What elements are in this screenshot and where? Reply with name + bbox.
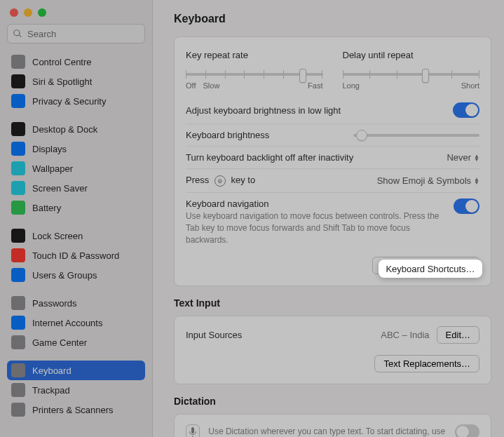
updown-chevron-icon: ▲▼ xyxy=(474,154,479,161)
sidebar-item-wallpaper[interactable]: Wallpaper xyxy=(7,159,145,178)
keyboard-brightness-row: Keyboard brightness xyxy=(186,123,479,146)
sidebar-icon xyxy=(11,55,25,69)
sidebar-icon xyxy=(11,363,25,377)
sidebar-item-label: Internet Accounts xyxy=(32,318,102,328)
sidebar-item-label: Passwords xyxy=(32,298,77,309)
sidebar-item-label: Game Center xyxy=(32,337,87,348)
adjust-brightness-toggle[interactable] xyxy=(453,102,479,118)
dictation-desc: Use Dictation wherever you can type text… xyxy=(208,426,447,437)
zoom-window-button[interactable] xyxy=(38,8,46,17)
sidebar-item-internet-accounts[interactable]: Internet Accounts xyxy=(7,313,145,332)
delay-until-repeat: Delay until repeat Long Short xyxy=(343,50,480,90)
sidebar-item-label: Control Centre xyxy=(32,57,92,67)
sidebar-icon xyxy=(11,296,25,310)
sidebar-item-control-centre[interactable]: Control Centre xyxy=(7,52,145,72)
sidebar-item-trackpad[interactable]: Trackpad xyxy=(7,380,145,400)
press-globe-key-select[interactable]: Show Emoji & Symbols ▲▼ xyxy=(377,175,479,186)
sidebar-icon xyxy=(11,248,25,262)
input-sources-row: Input Sources ABC – India Edit… xyxy=(186,326,479,349)
sidebar-icon xyxy=(11,74,25,88)
sidebar-icon xyxy=(11,181,25,195)
globe-icon: ⊕ xyxy=(214,175,226,187)
key-repeat-rate-slider[interactable] xyxy=(186,73,323,76)
keyboard-navigation-toggle[interactable] xyxy=(454,199,479,214)
delay-long-label: Long xyxy=(343,81,360,90)
text-replacements-row: Text Replacements… xyxy=(186,349,479,372)
page-title: Keyboard xyxy=(174,13,491,25)
sidebar-item-game-center[interactable]: Game Center xyxy=(7,332,145,352)
adjust-brightness-row: Adjust keyboard brightness in low light xyxy=(186,97,479,123)
sidebar-item-displays[interactable]: Displays xyxy=(7,139,145,159)
backlight-off-row: Turn keyboard backlight off after inacti… xyxy=(186,146,479,168)
sidebar-item-keyboard[interactable]: Keyboard xyxy=(7,361,145,380)
sidebar-item-label: Touch ID & Password xyxy=(32,250,119,261)
dictation-card: Use Dictation wherever you can type text… xyxy=(174,414,491,437)
sidebar-item-label: Privacy & Security xyxy=(32,96,106,107)
text-input-card: Input Sources ABC – India Edit… Text Rep… xyxy=(174,316,491,384)
sidebar-icon xyxy=(11,94,25,108)
sidebar-icon xyxy=(11,268,25,282)
repeat-sliders: Key repeat rate Off Slow Fast Delay unti… xyxy=(186,47,479,97)
sidebar-item-passwords[interactable]: Passwords xyxy=(7,293,145,313)
search-icon xyxy=(13,29,22,39)
keyboard-navigation-desc: Use keyboard navigation to move focus be… xyxy=(186,210,454,246)
sidebar-item-label: Wallpaper xyxy=(32,163,73,174)
sidebar-item-siri-spotlight[interactable]: Siri & Spotlight xyxy=(7,72,145,91)
text-input-heading: Text Input xyxy=(174,297,491,311)
sidebar-item-battery[interactable]: Battery xyxy=(7,198,145,217)
keyboard-brightness-slider[interactable] xyxy=(353,134,479,137)
sidebar-icon xyxy=(11,142,25,156)
sidebar-item-label: Keyboard xyxy=(32,365,71,376)
sidebar-item-desktop-dock[interactable]: Desktop & Dock xyxy=(7,119,145,139)
search-field-wrap xyxy=(7,24,145,43)
adjust-brightness-label: Adjust keyboard brightness in low light xyxy=(186,105,341,116)
sidebar-item-touch-id-password[interactable]: Touch ID & Password xyxy=(7,246,145,265)
keyboard-shortcuts-button[interactable]: Keyboard Shortcuts… xyxy=(372,257,479,274)
backlight-off-value: Never xyxy=(447,152,471,163)
sidebar-icon xyxy=(11,335,25,349)
input-sources-edit-button[interactable]: Edit… xyxy=(437,326,479,344)
keyboard-navigation-label: Keyboard navigation xyxy=(186,199,454,209)
backlight-off-select[interactable]: Never ▲▼ xyxy=(447,152,479,163)
sidebar: Control CentreSiri & SpotlightPrivacy & … xyxy=(0,0,153,437)
sidebar-icon xyxy=(11,229,25,243)
sidebar-item-label: Printers & Scanners xyxy=(32,405,114,415)
sidebar-icon xyxy=(11,383,25,397)
close-window-button[interactable] xyxy=(10,8,18,17)
press-globe-key-value: Show Emoji & Symbols xyxy=(377,175,471,186)
sidebar-item-printers-scanners[interactable]: Printers & Scanners xyxy=(7,400,145,419)
backlight-off-label: Turn keyboard backlight off after inacti… xyxy=(186,152,353,163)
press-globe-key-label: Press ⊕ key to xyxy=(186,175,255,187)
search-input[interactable] xyxy=(7,24,145,43)
sidebar-item-lock-screen[interactable]: Lock Screen xyxy=(7,226,145,246)
press-globe-key-row: Press ⊕ key to Show Emoji & Symbols ▲▼ xyxy=(186,168,479,192)
sidebar-item-label: Siri & Spotlight xyxy=(32,76,92,87)
delay-slider[interactable] xyxy=(343,73,480,76)
dictation-toggle[interactable] xyxy=(455,424,479,437)
window-controls xyxy=(7,8,145,24)
sidebar-list: Control CentreSiri & SpotlightPrivacy & … xyxy=(7,52,145,419)
sidebar-icon xyxy=(11,201,25,215)
rate-fast-label: Fast xyxy=(308,81,322,90)
key-repeat-rate-label: Key repeat rate xyxy=(186,50,323,60)
sidebar-item-screen-saver[interactable]: Screen Saver xyxy=(7,178,145,198)
dictation-heading: Dictation xyxy=(174,396,491,410)
delay-short-label: Short xyxy=(461,81,479,90)
shortcuts-btn-row: Keyboard Shortcuts… xyxy=(186,251,479,274)
updown-chevron-icon: ▲▼ xyxy=(474,177,479,184)
sidebar-item-label: Displays xyxy=(32,144,67,154)
sidebar-icon xyxy=(11,122,25,136)
sidebar-item-label: Desktop & Dock xyxy=(32,124,97,135)
main-content: Keyboard Key repeat rate Off Slow Fast D xyxy=(153,0,504,437)
rate-slow-label: Slow xyxy=(203,81,219,90)
sidebar-item-label: Trackpad xyxy=(32,385,70,396)
sidebar-item-privacy-security[interactable]: Privacy & Security xyxy=(7,91,145,111)
delay-label: Delay until repeat xyxy=(343,50,480,60)
sidebar-item-label: Users & Groups xyxy=(32,270,97,281)
minimize-window-button[interactable] xyxy=(24,8,32,17)
sidebar-item-users-groups[interactable]: Users & Groups xyxy=(7,265,145,285)
sidebar-item-label: Battery xyxy=(32,203,61,213)
text-replacements-button[interactable]: Text Replacements… xyxy=(374,355,479,372)
sidebar-item-label: Screen Saver xyxy=(32,183,88,194)
sidebar-icon xyxy=(11,403,25,417)
